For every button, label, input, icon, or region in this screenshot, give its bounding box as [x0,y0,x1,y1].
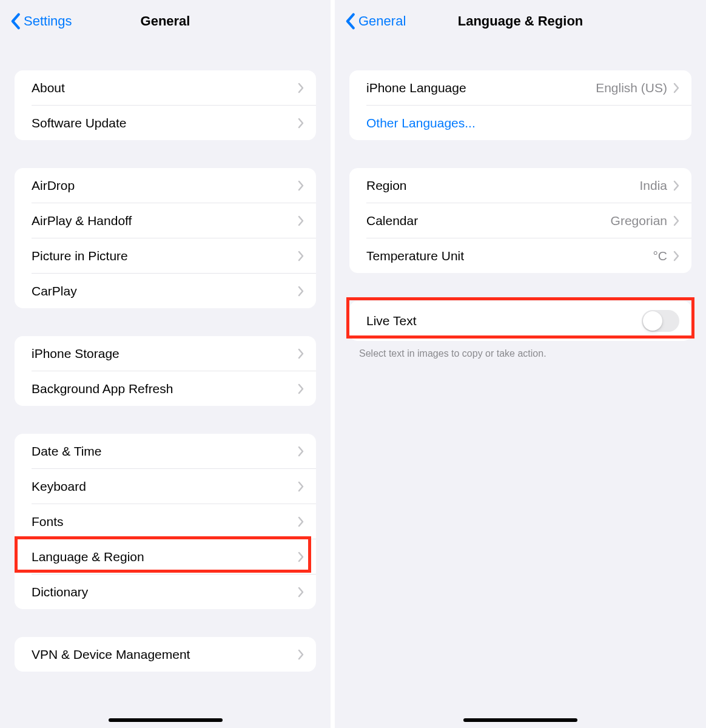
group-keyboard-region: Date & Time Keyboard Fonts Language & Re… [15,434,316,609]
chevron-right-icon [298,481,304,492]
chevron-right-icon [673,251,679,261]
row-label: Picture in Picture [32,249,298,263]
chevron-right-icon [298,286,304,297]
screen-divider [331,0,335,728]
row-label: AirDrop [32,178,298,193]
home-indicator[interactable] [463,718,577,722]
group-live-text: Live Text [349,301,691,341]
row-value: Gregorian [611,214,667,228]
row-label: iPhone Language [366,81,596,95]
row-picture-in-picture[interactable]: Picture in Picture [15,238,316,273]
row-live-text[interactable]: Live Text [349,301,691,341]
group-language: iPhone Language English (US) Other Langu… [349,70,691,140]
row-value: India [639,178,667,193]
row-label: Date & Time [32,444,298,459]
row-temperature-unit[interactable]: Temperature Unit °C [349,238,691,273]
home-indicator[interactable] [109,718,223,722]
row-label: Dictionary [32,585,298,599]
chevron-right-icon [298,180,304,191]
row-label: Background App Refresh [32,382,298,396]
chevron-right-icon [673,180,679,191]
chevron-right-icon [298,383,304,394]
row-background-app-refresh[interactable]: Background App Refresh [15,371,316,406]
chevron-right-icon [298,83,304,93]
row-keyboard[interactable]: Keyboard [15,469,316,504]
row-dictionary[interactable]: Dictionary [15,575,316,609]
row-label: Fonts [32,514,298,529]
row-airdrop[interactable]: AirDrop [15,168,316,203]
live-text-toggle[interactable] [642,310,679,332]
row-label: VPN & Device Management [32,647,298,662]
chevron-right-icon [673,83,679,93]
chevron-right-icon [298,118,304,129]
row-label: AirPlay & Handoff [32,214,298,228]
toggle-knob [643,311,662,331]
row-label: Language & Region [32,550,298,564]
chevron-right-icon [298,649,304,660]
group-airplay: AirDrop AirPlay & Handoff Picture in Pic… [15,168,316,308]
row-label: Region [366,178,639,193]
chevron-right-icon [298,587,304,598]
live-text-footer: Select text in images to copy or take ac… [359,348,682,359]
group-storage: iPhone Storage Background App Refresh [15,336,316,406]
row-airplay-handoff[interactable]: AirPlay & Handoff [15,203,316,238]
row-label: Live Text [366,314,642,328]
general-settings-screen: Settings General About Software Update A… [0,0,331,728]
row-label: iPhone Storage [32,346,298,361]
chevron-right-icon [298,551,304,562]
row-label: Calendar [366,214,611,228]
group-about: About Software Update [15,70,316,140]
chevron-right-icon [673,215,679,226]
row-iphone-language[interactable]: iPhone Language English (US) [349,70,691,105]
chevron-right-icon [298,446,304,457]
chevron-right-icon [298,215,304,226]
row-label: CarPlay [32,284,298,298]
row-label: Keyboard [32,479,298,494]
row-label: Other Languages... [366,116,679,130]
row-value: English (US) [596,81,667,95]
row-iphone-storage[interactable]: iPhone Storage [15,336,316,371]
row-date-time[interactable]: Date & Time [15,434,316,468]
chevron-right-icon [298,348,304,359]
row-label: Temperature Unit [366,249,653,263]
row-other-languages[interactable]: Other Languages... [349,106,691,140]
row-about[interactable]: About [15,70,316,105]
chevron-left-icon [346,13,356,30]
back-to-general-button[interactable]: General [346,13,406,30]
row-calendar[interactable]: Calendar Gregorian [349,203,691,238]
back-to-settings-button[interactable]: Settings [11,13,72,30]
row-fonts[interactable]: Fonts [15,504,316,539]
nav-bar: Settings General [0,0,331,42]
back-label: Settings [24,13,72,29]
row-label: Software Update [32,116,298,130]
nav-bar: General Language & Region [335,0,706,42]
group-region: Region India Calendar Gregorian Temperat… [349,168,691,273]
language-region-screen: General Language & Region iPhone Languag… [335,0,706,728]
row-software-update[interactable]: Software Update [15,106,316,140]
chevron-right-icon [298,251,304,261]
back-label: General [358,13,406,29]
chevron-right-icon [298,516,304,527]
row-value: °C [653,249,667,263]
row-language-region[interactable]: Language & Region [15,539,316,574]
row-region[interactable]: Region India [349,168,691,203]
chevron-left-icon [11,13,21,30]
row-label: About [32,81,298,95]
row-carplay[interactable]: CarPlay [15,274,316,308]
row-vpn-device-management[interactable]: VPN & Device Management [15,637,316,672]
group-vpn: VPN & Device Management [15,637,316,672]
